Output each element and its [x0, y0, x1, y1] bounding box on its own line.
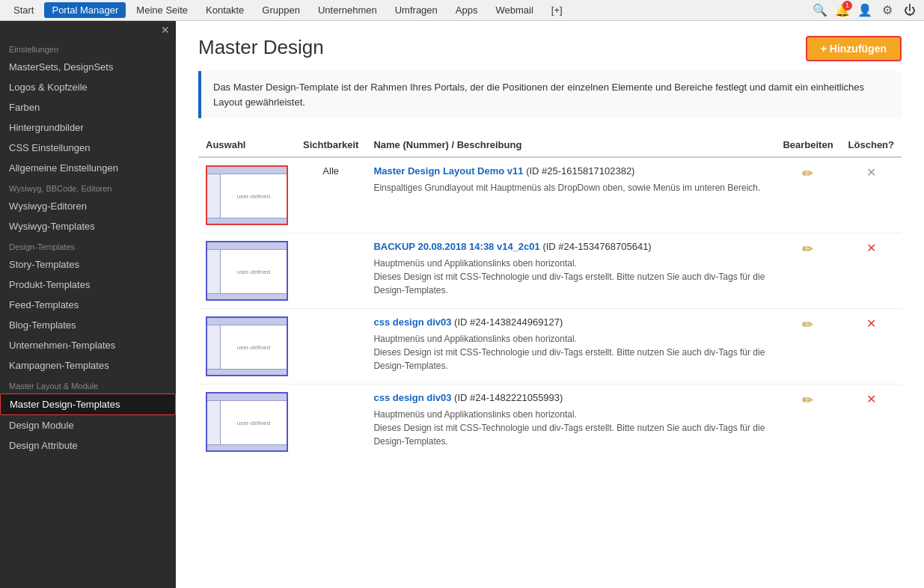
sidebar-section-einstellungen: Einstellungen [0, 39, 176, 57]
edit-cell[interactable]: ✏ [775, 385, 840, 460]
notification-icon[interactable]: 🔔 1 [834, 2, 851, 19]
delete-cell[interactable]: ✕ [841, 157, 902, 233]
settings-icon[interactable]: ⚙ [879, 2, 896, 19]
preview-thumbnail[interactable]: user-defined [206, 316, 288, 376]
nav-item-start[interactable]: Start [6, 2, 41, 18]
delete-icon[interactable]: ✕ [866, 242, 876, 254]
nav-item-unternehmen[interactable]: Unternehmen [310, 2, 385, 18]
col-bearbeiten: Bearbeiten [775, 133, 840, 157]
delete-cell[interactable]: ✕ [841, 385, 902, 460]
edit-icon[interactable]: ✏ [802, 166, 813, 181]
nav-item-webmail[interactable]: Webmail [488, 2, 540, 18]
edit-cell[interactable]: ✏ [775, 309, 840, 385]
design-table: Auswahl Sichtbarkeit Name (Nummer) / Bes… [198, 133, 902, 459]
table-header: Auswahl Sichtbarkeit Name (Nummer) / Bes… [198, 133, 902, 157]
delete-icon[interactable]: ✕ [866, 393, 876, 405]
main-layout: ✕ Einstellungen MasterSets, DesignSets L… [0, 21, 924, 588]
sidebar-item-feed[interactable]: Feed-Templates [0, 295, 176, 315]
sidebar-item-master-design[interactable]: Master Design-Templates [0, 393, 176, 415]
name-cell: css design div03 (ID #24-1438244969127)H… [366, 309, 775, 385]
nav-item-portal-manager[interactable]: Portal Manager [44, 2, 126, 18]
preview-thumbnail[interactable]: user-defined [206, 392, 288, 452]
sidebar: ✕ Einstellungen MasterSets, DesignSets L… [0, 21, 176, 588]
sidebar-item-logos[interactable]: Logos & Kopfzeile [0, 77, 176, 97]
preview-cell[interactable]: user-defined [198, 385, 296, 460]
notification-badge: 1 [842, 1, 852, 10]
item-description: Hauptmenüs und Applikationslinks oben ho… [373, 332, 768, 373]
item-name-link[interactable]: Master Design Layout Demo v11 [373, 165, 523, 177]
col-loeschen: Löschen? [841, 133, 902, 157]
sidebar-item-design-attribute[interactable]: Design Attribute [0, 435, 176, 456]
name-cell: Master Design Layout Demo v11 (ID #25-16… [366, 157, 775, 233]
sidebar-item-mastersets[interactable]: MasterSets, DesignSets [0, 57, 176, 77]
preview-cell[interactable]: user-defined [198, 309, 296, 385]
sidebar-section-master-layout: Master Layout & Module [0, 376, 176, 393]
page-title: Master Design [198, 36, 902, 59]
table-row: user-defined css design div03 (ID #24-14… [198, 309, 902, 385]
delete-cell[interactable]: ✕ [841, 233, 902, 309]
nav-item-plus[interactable]: [+] [544, 2, 570, 18]
preview-cell[interactable]: user-defined [198, 157, 296, 233]
sidebar-section-wysiwyg: Wysiwyg, BBCode, Editoren [0, 178, 176, 196]
sidebar-item-story[interactable]: Story-Templates [0, 254, 176, 275]
col-sichtbarkeit: Sichtbarkeit [296, 133, 366, 157]
item-description: Einspaltiges Grundlayout mit Hauptmenüs … [373, 181, 768, 195]
nav-item-gruppen[interactable]: Gruppen [254, 2, 308, 18]
delete-cell[interactable]: ✕ [841, 309, 902, 385]
name-cell: css design div03 (ID #24-1482221055993)H… [366, 385, 775, 460]
power-icon[interactable]: ⏻ [902, 2, 918, 19]
sidebar-item-produkt[interactable]: Produkt-Templates [0, 275, 176, 295]
nav-item-kontakte[interactable]: Kontakte [198, 2, 251, 18]
preview-thumbnail[interactable]: user-defined [206, 165, 288, 225]
edit-icon[interactable]: ✏ [802, 317, 813, 332]
nav-item-apps[interactable]: Apps [448, 2, 486, 18]
user-icon[interactable]: 👤 [857, 2, 873, 19]
preview-cell[interactable]: user-defined [198, 233, 296, 309]
edit-cell[interactable]: ✏ [775, 157, 840, 233]
name-cell: BACKUP 20.08.2018 14:38 v14_2c01 (ID #24… [366, 233, 775, 309]
sichtbarkeit-cell [296, 385, 366, 460]
sidebar-item-hintergrundbilder[interactable]: Hintergrundbilder [0, 117, 176, 138]
col-auswahl: Auswahl [198, 133, 296, 157]
top-navigation: Start Portal Manager Meine Seite Kontakt… [0, 0, 924, 21]
sichtbarkeit-cell [296, 233, 366, 309]
nav-item-umfragen[interactable]: Umfragen [388, 2, 445, 18]
preview-thumbnail[interactable]: user-defined [206, 241, 288, 301]
info-box: Das Master Design-Template ist der Rahme… [198, 71, 902, 118]
sidebar-item-wysiwyg-templates[interactable]: Wysiwyg-Templates [0, 216, 176, 236]
sidebar-item-allgemeine[interactable]: Allgemeine Einstellungen [0, 158, 176, 178]
sidebar-item-unternehmen-tmpl[interactable]: Unternehmen-Templates [0, 335, 176, 355]
sidebar-item-blog[interactable]: Blog-Templates [0, 315, 176, 335]
sichtbarkeit-cell [296, 309, 366, 385]
item-name-link[interactable]: BACKUP 20.08.2018 14:38 v14_2c01 [373, 241, 539, 252]
delete-icon[interactable]: ✕ [866, 317, 876, 330]
search-icon[interactable]: 🔍 [812, 2, 828, 19]
delete-icon-disabled: ✕ [866, 166, 876, 179]
edit-cell[interactable]: ✏ [775, 233, 840, 309]
table-row: user-defined AlleMaster Design Layout De… [198, 157, 902, 233]
item-description: Hauptmenüs und Applikationslinks oben ho… [373, 408, 768, 448]
table-row: user-defined css design div03 (ID #24-14… [198, 385, 902, 460]
col-name: Name (Nummer) / Beschreibung [366, 133, 775, 157]
sidebar-item-kampagnen[interactable]: Kampagnen-Templates [0, 355, 176, 376]
title-bar: + Hinzufügen Master Design [198, 36, 902, 71]
item-name-link[interactable]: css design div03 [373, 316, 451, 328]
nav-item-meine-seite[interactable]: Meine Seite [129, 2, 195, 18]
item-id: (ID #24-1438244969127) [451, 316, 563, 328]
item-description: Hauptmenüs und Applikationslinks oben ho… [373, 257, 768, 297]
item-name-link[interactable]: css design div03 [373, 392, 451, 403]
edit-icon[interactable]: ✏ [802, 393, 813, 408]
sidebar-close-button[interactable]: ✕ [0, 21, 176, 39]
add-button[interactable]: + Hinzufügen [806, 36, 902, 61]
nav-right-icons: 🔍 🔔 1 👤 ⚙ ⏻ [812, 2, 918, 19]
table-row: user-defined BACKUP 20.08.2018 14:38 v14… [198, 233, 902, 309]
table-body: user-defined AlleMaster Design Layout De… [198, 157, 902, 459]
sichtbarkeit-cell: Alle [296, 157, 366, 233]
sidebar-item-farben[interactable]: Farben [0, 97, 176, 117]
sidebar-item-wysiwyg-editoren[interactable]: Wysiwyg-Editoren [0, 196, 176, 216]
sidebar-item-design-module[interactable]: Design Module [0, 415, 176, 435]
item-id: (ID #24-1482221055993) [451, 392, 563, 403]
sidebar-item-css[interactable]: CSS Einstellungen [0, 138, 176, 158]
edit-icon[interactable]: ✏ [802, 242, 813, 257]
sidebar-section-design-templates: Design-Templates [0, 236, 176, 254]
